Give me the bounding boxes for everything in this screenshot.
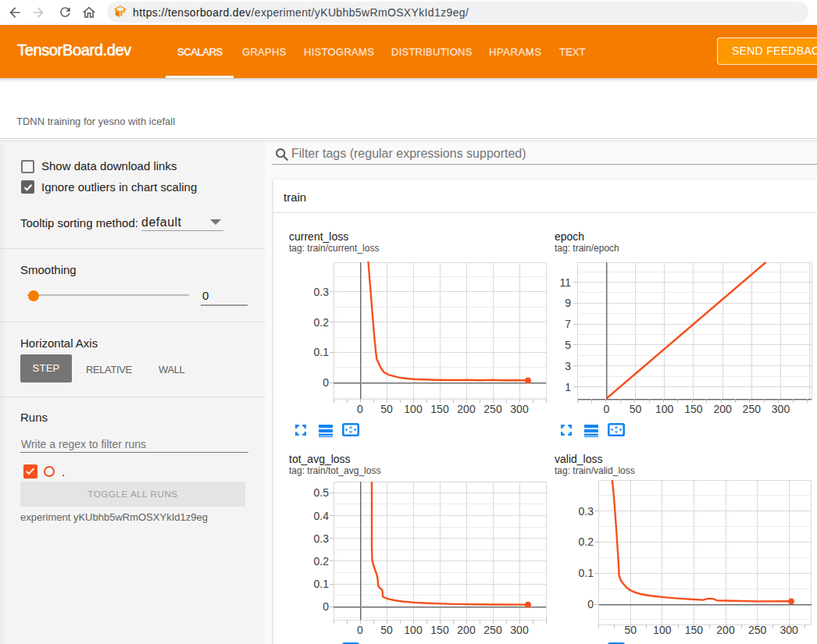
svg-text:50: 50 [630, 403, 642, 415]
svg-text:300: 300 [510, 403, 529, 415]
svg-text:300: 300 [780, 624, 799, 636]
svg-text:300: 300 [510, 624, 529, 636]
svg-text:150: 150 [430, 403, 449, 415]
svg-text:0: 0 [323, 600, 329, 613]
svg-text:250: 250 [483, 403, 502, 415]
svg-text:0.1: 0.1 [314, 346, 330, 358]
svg-text:0.3: 0.3 [314, 532, 330, 545]
svg-text:250: 250 [743, 403, 762, 415]
svg-text:0.5: 0.5 [314, 486, 330, 499]
svg-text:250: 250 [483, 624, 502, 636]
svg-text:100: 100 [404, 403, 423, 415]
svg-text:7: 7 [565, 318, 571, 330]
svg-text:9: 9 [565, 297, 571, 309]
svg-text:200: 200 [713, 403, 732, 415]
svg-text:0: 0 [603, 403, 609, 415]
svg-text:50: 50 [624, 624, 637, 636]
svg-text:0.3: 0.3 [314, 286, 330, 298]
svg-text:250: 250 [748, 624, 767, 636]
svg-text:50: 50 [380, 403, 393, 415]
svg-text:150: 150 [430, 624, 449, 636]
svg-text:0: 0 [357, 624, 363, 636]
svg-text:0.4: 0.4 [314, 510, 330, 522]
svg-text:300: 300 [772, 403, 790, 415]
svg-text:1: 1 [565, 381, 571, 393]
svg-text:100: 100 [653, 624, 672, 636]
svg-text:0: 0 [323, 376, 329, 389]
svg-text:200: 200 [457, 403, 476, 415]
svg-text:0: 0 [587, 598, 594, 610]
svg-text:3: 3 [565, 360, 571, 372]
svg-text:150: 150 [684, 403, 703, 415]
svg-text:5: 5 [565, 339, 571, 351]
svg-text:0.2: 0.2 [314, 555, 330, 568]
svg-text:50: 50 [380, 624, 393, 636]
svg-text:200: 200 [716, 624, 735, 636]
svg-text:100: 100 [655, 403, 674, 415]
svg-text:0.2: 0.2 [579, 535, 594, 548]
svg-text:0.1: 0.1 [314, 578, 330, 590]
svg-text:0: 0 [357, 403, 363, 415]
svg-text:11: 11 [559, 276, 571, 289]
svg-text:0.1: 0.1 [579, 567, 594, 579]
svg-text:0.3: 0.3 [579, 505, 594, 518]
svg-text:150: 150 [685, 624, 704, 636]
svg-text:100: 100 [404, 624, 423, 636]
svg-text:0.2: 0.2 [314, 316, 330, 329]
svg-text:200: 200 [457, 624, 476, 636]
